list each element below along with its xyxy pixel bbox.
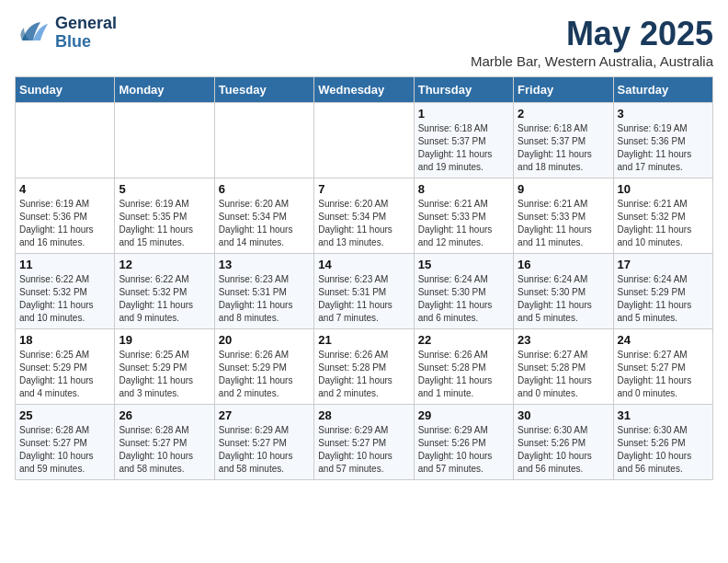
calendar-cell: 22Sunrise: 6:26 AM Sunset: 5:28 PM Dayli… <box>414 329 513 405</box>
day-number: 30 <box>518 408 609 422</box>
day-info: Sunrise: 6:19 AM Sunset: 5:36 PM Dayligh… <box>618 122 709 174</box>
calendar-cell: 19Sunrise: 6:25 AM Sunset: 5:29 PM Dayli… <box>115 329 214 405</box>
calendar-header: SundayMondayTuesdayWednesdayThursdayFrid… <box>16 77 713 103</box>
calendar-cell: 6Sunrise: 6:20 AM Sunset: 5:34 PM Daylig… <box>214 178 313 254</box>
day-info: Sunrise: 6:21 AM Sunset: 5:33 PM Dayligh… <box>518 198 609 249</box>
day-number: 7 <box>318 182 409 196</box>
day-number: 20 <box>219 333 310 347</box>
day-number: 24 <box>618 333 709 347</box>
calendar-cell: 24Sunrise: 6:27 AM Sunset: 5:27 PM Dayli… <box>613 329 712 405</box>
day-info: Sunrise: 6:25 AM Sunset: 5:29 PM Dayligh… <box>119 349 210 400</box>
calendar-cell: 11Sunrise: 6:22 AM Sunset: 5:32 PM Dayli… <box>16 254 115 329</box>
day-info: Sunrise: 6:25 AM Sunset: 5:29 PM Dayligh… <box>19 349 110 400</box>
header-day-monday: Monday <box>115 77 214 103</box>
calendar-cell: 7Sunrise: 6:20 AM Sunset: 5:34 PM Daylig… <box>314 178 414 254</box>
day-info: Sunrise: 6:19 AM Sunset: 5:36 PM Dayligh… <box>19 198 110 249</box>
day-info: Sunrise: 6:20 AM Sunset: 5:34 PM Dayligh… <box>318 198 409 249</box>
day-info: Sunrise: 6:21 AM Sunset: 5:33 PM Dayligh… <box>418 198 509 249</box>
day-number: 4 <box>19 182 110 196</box>
header-day-tuesday: Tuesday <box>214 77 313 103</box>
day-number: 10 <box>618 182 709 196</box>
logo-icon <box>15 15 51 52</box>
page-header: General Blue May 2025 Marble Bar, Wester… <box>15 15 713 69</box>
day-number: 18 <box>19 333 110 347</box>
day-number: 1 <box>418 107 509 121</box>
calendar-cell: 14Sunrise: 6:23 AM Sunset: 5:31 PM Dayli… <box>314 254 414 329</box>
day-info: Sunrise: 6:19 AM Sunset: 5:35 PM Dayligh… <box>119 198 210 249</box>
day-info: Sunrise: 6:18 AM Sunset: 5:37 PM Dayligh… <box>418 122 509 174</box>
day-number: 11 <box>19 258 110 271</box>
day-info: Sunrise: 6:20 AM Sunset: 5:34 PM Dayligh… <box>219 198 310 249</box>
day-number: 2 <box>518 107 609 121</box>
day-number: 6 <box>219 182 310 196</box>
week-row-5: 25Sunrise: 6:28 AM Sunset: 5:27 PM Dayli… <box>16 405 713 480</box>
day-info: Sunrise: 6:29 AM Sunset: 5:27 PM Dayligh… <box>219 424 310 476</box>
calendar-cell: 17Sunrise: 6:24 AM Sunset: 5:29 PM Dayli… <box>613 254 712 329</box>
day-info: Sunrise: 6:23 AM Sunset: 5:31 PM Dayligh… <box>318 273 409 325</box>
day-info: Sunrise: 6:24 AM Sunset: 5:29 PM Dayligh… <box>618 273 709 325</box>
day-info: Sunrise: 6:27 AM Sunset: 5:28 PM Dayligh… <box>518 349 609 400</box>
logo-blue: Blue <box>55 33 117 52</box>
calendar-cell: 21Sunrise: 6:26 AM Sunset: 5:28 PM Dayli… <box>314 329 414 405</box>
day-info: Sunrise: 6:21 AM Sunset: 5:32 PM Dayligh… <box>618 198 709 249</box>
day-number: 5 <box>119 182 210 196</box>
day-number: 31 <box>618 408 709 422</box>
calendar-cell: 9Sunrise: 6:21 AM Sunset: 5:33 PM Daylig… <box>514 178 613 254</box>
calendar-cell: 2Sunrise: 6:18 AM Sunset: 5:37 PM Daylig… <box>514 103 613 178</box>
day-number: 26 <box>119 408 210 422</box>
day-info: Sunrise: 6:30 AM Sunset: 5:26 PM Dayligh… <box>518 424 609 476</box>
header-day-wednesday: Wednesday <box>314 77 414 103</box>
day-info: Sunrise: 6:26 AM Sunset: 5:28 PM Dayligh… <box>318 349 409 400</box>
calendar-cell: 13Sunrise: 6:23 AM Sunset: 5:31 PM Dayli… <box>214 254 313 329</box>
calendar-cell: 8Sunrise: 6:21 AM Sunset: 5:33 PM Daylig… <box>414 178 513 254</box>
day-number: 22 <box>418 333 509 347</box>
day-number: 25 <box>19 408 110 422</box>
day-number: 14 <box>318 258 409 271</box>
day-number: 23 <box>518 333 609 347</box>
day-number: 21 <box>318 333 409 347</box>
day-info: Sunrise: 6:28 AM Sunset: 5:27 PM Dayligh… <box>119 424 210 476</box>
day-number: 29 <box>418 408 509 422</box>
calendar-cell: 31Sunrise: 6:30 AM Sunset: 5:26 PM Dayli… <box>613 405 712 480</box>
location: Marble Bar, Western Australia, Australia <box>471 53 713 69</box>
calendar-cell <box>16 103 115 178</box>
title-block: May 2025 Marble Bar, Western Australia, … <box>471 15 713 69</box>
day-info: Sunrise: 6:30 AM Sunset: 5:26 PM Dayligh… <box>618 424 709 476</box>
day-info: Sunrise: 6:27 AM Sunset: 5:27 PM Dayligh… <box>618 349 709 400</box>
week-row-3: 11Sunrise: 6:22 AM Sunset: 5:32 PM Dayli… <box>16 254 713 329</box>
day-info: Sunrise: 6:22 AM Sunset: 5:32 PM Dayligh… <box>19 273 110 325</box>
calendar-cell: 25Sunrise: 6:28 AM Sunset: 5:27 PM Dayli… <box>16 405 115 480</box>
calendar-cell: 3Sunrise: 6:19 AM Sunset: 5:36 PM Daylig… <box>613 103 712 178</box>
day-number: 12 <box>119 258 210 271</box>
day-number: 3 <box>618 107 709 121</box>
day-number: 15 <box>418 258 509 271</box>
calendar-cell: 18Sunrise: 6:25 AM Sunset: 5:29 PM Dayli… <box>16 329 115 405</box>
day-info: Sunrise: 6:22 AM Sunset: 5:32 PM Dayligh… <box>119 273 210 325</box>
calendar-cell: 1Sunrise: 6:18 AM Sunset: 5:37 PM Daylig… <box>414 103 513 178</box>
day-number: 19 <box>119 333 210 347</box>
calendar-cell: 29Sunrise: 6:29 AM Sunset: 5:26 PM Dayli… <box>414 405 513 480</box>
logo-general: General <box>55 15 117 33</box>
calendar-cell: 16Sunrise: 6:24 AM Sunset: 5:30 PM Dayli… <box>514 254 613 329</box>
day-info: Sunrise: 6:24 AM Sunset: 5:30 PM Dayligh… <box>418 273 509 325</box>
day-info: Sunrise: 6:18 AM Sunset: 5:37 PM Dayligh… <box>518 122 609 174</box>
day-number: 9 <box>518 182 609 196</box>
day-number: 27 <box>219 408 310 422</box>
day-info: Sunrise: 6:24 AM Sunset: 5:30 PM Dayligh… <box>518 273 609 325</box>
day-info: Sunrise: 6:29 AM Sunset: 5:26 PM Dayligh… <box>418 424 509 476</box>
day-number: 28 <box>318 408 409 422</box>
calendar-cell: 4Sunrise: 6:19 AM Sunset: 5:36 PM Daylig… <box>16 178 115 254</box>
calendar-cell: 5Sunrise: 6:19 AM Sunset: 5:35 PM Daylig… <box>115 178 214 254</box>
week-row-2: 4Sunrise: 6:19 AM Sunset: 5:36 PM Daylig… <box>16 178 713 254</box>
calendar-cell: 27Sunrise: 6:29 AM Sunset: 5:27 PM Dayli… <box>214 405 313 480</box>
calendar-cell: 15Sunrise: 6:24 AM Sunset: 5:30 PM Dayli… <box>414 254 513 329</box>
day-info: Sunrise: 6:26 AM Sunset: 5:29 PM Dayligh… <box>219 349 310 400</box>
day-number: 17 <box>618 258 709 271</box>
calendar-cell <box>314 103 414 178</box>
calendar-cell: 20Sunrise: 6:26 AM Sunset: 5:29 PM Dayli… <box>214 329 313 405</box>
calendar-table: SundayMondayTuesdayWednesdayThursdayFrid… <box>15 76 713 480</box>
calendar-body: 1Sunrise: 6:18 AM Sunset: 5:37 PM Daylig… <box>16 103 713 480</box>
calendar-cell: 30Sunrise: 6:30 AM Sunset: 5:26 PM Dayli… <box>514 405 613 480</box>
day-number: 16 <box>518 258 609 271</box>
day-info: Sunrise: 6:26 AM Sunset: 5:28 PM Dayligh… <box>418 349 509 400</box>
